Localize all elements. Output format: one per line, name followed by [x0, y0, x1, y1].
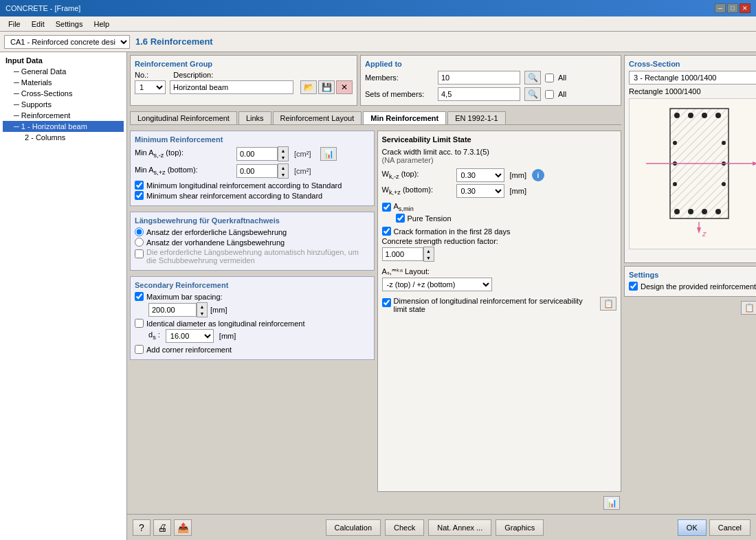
laengs-check-label: Die erforderliche Längsbewehrung automat… [146, 248, 370, 265]
section-title: 1.6 Reinforcement [135, 36, 213, 47]
min-shear-check[interactable] [135, 191, 144, 200]
wk-bottom-select[interactable]: 0.30 [456, 184, 504, 198]
as-bottom-down[interactable]: ▼ [278, 171, 288, 178]
case-dropdown[interactable]: CA1 - Reinforced concrete desi [4, 35, 130, 49]
tree-cross-sections[interactable]: ─ Cross-Sections [3, 88, 124, 99]
wk-bottom-unit: [mm] [510, 187, 526, 195]
ok-btn[interactable]: OK [678, 519, 707, 536]
export-btn[interactable]: 📤 [174, 519, 192, 536]
dim-icon-btn[interactable]: 📋 [600, 297, 616, 311]
wk-top-select[interactable]: 0.30 [456, 168, 504, 182]
left-panel: Input Data ─ General Data ─ Materials ─ … [0, 52, 127, 540]
sls-icon1[interactable]: 📊 [603, 496, 620, 510]
laengs-check[interactable] [135, 249, 144, 258]
strength-up[interactable]: ▲ [424, 247, 434, 254]
rp-icon1[interactable]: 📋 [741, 301, 756, 315]
as-bottom-up[interactable]: ▲ [278, 164, 288, 171]
svg-point-12 [673, 182, 677, 186]
right-panel: Cross-Section 3 - Rectangle 1000/1400 Re… [621, 55, 756, 511]
crack-28-row: Crack formation in the first 28 days [382, 227, 617, 236]
check-btn[interactable]: Check [385, 519, 424, 536]
radio1-row: Ansatz der erforderliche Längsbewehrung [135, 227, 370, 236]
desc-label: Description: [173, 71, 213, 79]
tab-layout[interactable]: Reinforcement Layout [273, 111, 362, 124]
tree-columns[interactable]: 2 - Columns [3, 132, 124, 143]
tab-content: Minimum Reinforcement Min As,-z (top): ▲… [130, 131, 621, 511]
open-icon-btn[interactable]: 📂 [300, 80, 317, 94]
svg-point-2 [674, 113, 680, 118]
crack-title: Crack width limit acc. to 7.3.1(5) [382, 148, 617, 156]
layout-select[interactable]: -z (top) / +z (bottom) +z (top) / -z (bo… [382, 278, 492, 291]
as-min-check[interactable] [382, 203, 391, 212]
dim-check[interactable] [382, 298, 391, 307]
corner-label: Add corner reinforcement [146, 346, 232, 354]
tree-reinforcement[interactable]: ─ Reinforcement [3, 110, 124, 121]
menu-edit[interactable]: Edit [26, 19, 50, 30]
sets-all-check[interactable] [545, 90, 554, 99]
tree-materials[interactable]: ─ Materials [3, 77, 124, 88]
members-all-check[interactable] [545, 74, 554, 82]
members-pick-btn[interactable]: 🔍 [524, 71, 541, 85]
bar-spacing-down[interactable]: ▼ [197, 310, 207, 317]
identical-label: Identical diameter as longitudinal reinf… [146, 319, 305, 328]
min-long-check[interactable] [135, 181, 144, 190]
tab-min-reinforcement[interactable]: Min Reinforcement [363, 111, 446, 124]
laengs-radio1[interactable] [135, 227, 144, 236]
no-select[interactable]: 1 [135, 80, 166, 94]
menu-help[interactable]: Help [88, 19, 115, 30]
design-check[interactable] [629, 282, 638, 291]
as-top-spinbtns: ▲ ▼ [278, 146, 289, 161]
calculation-btn[interactable]: Calculation [326, 519, 381, 536]
sets-input[interactable] [438, 87, 520, 101]
close-btn[interactable]: ✕ [740, 3, 751, 13]
menu-file[interactable]: File [3, 19, 26, 30]
nat-annex-btn[interactable]: Nat. Annex ... [428, 519, 491, 536]
as-top-calc-btn[interactable]: 📊 [320, 147, 337, 161]
min-reinforcement-section: Minimum Reinforcement Min As,-z (top): ▲… [130, 131, 375, 206]
help-btn[interactable]: ? [133, 519, 151, 536]
bar-spacing-input[interactable] [148, 303, 197, 317]
ds-select[interactable]: 16.00 [166, 329, 214, 343]
max-bar-check[interactable] [135, 292, 144, 301]
tab-links[interactable]: Links [238, 111, 271, 124]
desc-input[interactable] [170, 80, 293, 94]
strength-input[interactable] [382, 247, 423, 261]
graphics-btn[interactable]: Graphics [496, 519, 544, 536]
corner-check[interactable] [135, 345, 144, 354]
members-input[interactable] [438, 71, 520, 85]
bar-spacing-up[interactable]: ▲ [197, 303, 207, 310]
as-top-input[interactable] [236, 147, 278, 161]
as-bottom-input[interactable] [236, 164, 278, 178]
sets-label: Sets of members: [365, 90, 434, 98]
as-bottom-spin: ▲ ▼ [236, 164, 289, 179]
sls-panel: Serviceability Limit State Crack width l… [377, 131, 622, 492]
cs-dropdown[interactable]: 3 - Rectangle 1000/1400 [629, 71, 756, 85]
as-top-row: Min As,-z (top): ▲ ▼ [cm²] [135, 146, 370, 161]
strength-down[interactable]: ▼ [424, 254, 434, 261]
crack-28-check[interactable] [382, 227, 391, 236]
svg-point-7 [688, 209, 693, 214]
save-icon-btn[interactable]: 💾 [318, 80, 335, 94]
as-top-up[interactable]: ▲ [278, 147, 288, 154]
content-area: Input Data ─ General Data ─ Materials ─ … [0, 52, 756, 540]
info-icon[interactable]: i [532, 169, 544, 181]
laengs-radio2[interactable] [135, 238, 144, 247]
tree-supports[interactable]: ─ Supports [3, 99, 124, 110]
crack-28-label: Crack formation in the first 28 days [394, 227, 511, 236]
as-top-down[interactable]: ▼ [278, 154, 288, 161]
print-btn[interactable]: 🖨 [153, 519, 171, 536]
sets-pick-btn[interactable]: 🔍 [524, 87, 541, 101]
menu-settings[interactable]: Settings [50, 19, 89, 30]
minimize-btn[interactable]: ─ [715, 3, 726, 13]
tree-horizontal-beam[interactable]: ─ 1 - Horizontal beam [3, 121, 124, 132]
maximize-btn[interactable]: □ [727, 3, 738, 13]
cancel-btn[interactable]: Cancel [709, 519, 751, 536]
tab-longitudinal[interactable]: Longitudinal Reinforcement [130, 111, 237, 124]
tree-general-data[interactable]: ─ General Data [3, 66, 124, 77]
pure-tension-check[interactable] [396, 214, 405, 223]
crack-sub: (NA parameter) [382, 156, 617, 164]
applied-to-box: Applied to Members: 🔍 All Sets of member… [360, 55, 621, 106]
identical-check[interactable] [135, 319, 144, 328]
delete-icon-btn[interactable]: ✕ [336, 80, 353, 94]
tab-en1992[interactable]: EN 1992-1-1 [447, 111, 505, 124]
